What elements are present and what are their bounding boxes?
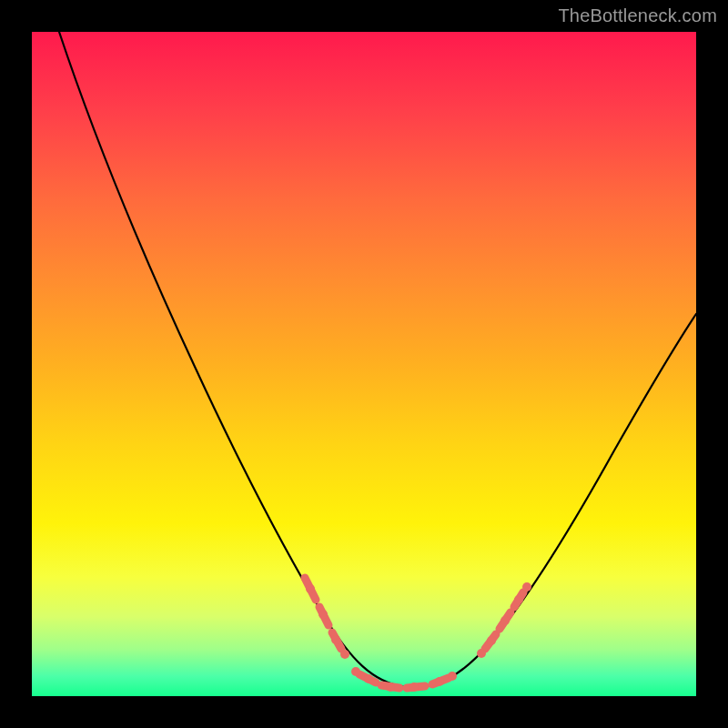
highlight-right-cluster xyxy=(477,582,531,658)
svg-point-10 xyxy=(477,649,486,658)
svg-point-12 xyxy=(500,616,510,625)
svg-point-5 xyxy=(364,674,373,683)
svg-point-3 xyxy=(340,650,349,659)
curve-layer xyxy=(32,32,696,696)
svg-point-13 xyxy=(514,595,523,604)
svg-point-7 xyxy=(410,682,419,692)
svg-point-14 xyxy=(522,582,531,592)
svg-point-2 xyxy=(331,635,340,644)
bottleneck-curve xyxy=(59,32,696,687)
svg-point-6 xyxy=(386,682,395,692)
svg-point-8 xyxy=(435,677,444,686)
svg-point-0 xyxy=(306,584,315,593)
highlight-left-cluster xyxy=(305,578,349,659)
svg-point-4 xyxy=(351,667,360,676)
plot-gradient-area xyxy=(32,32,696,696)
svg-point-9 xyxy=(448,672,457,681)
watermark-text: TheBottleneck.com xyxy=(558,5,717,26)
svg-point-1 xyxy=(318,610,328,619)
svg-point-11 xyxy=(487,636,496,645)
chart-frame: TheBottleneck.com xyxy=(0,0,728,728)
